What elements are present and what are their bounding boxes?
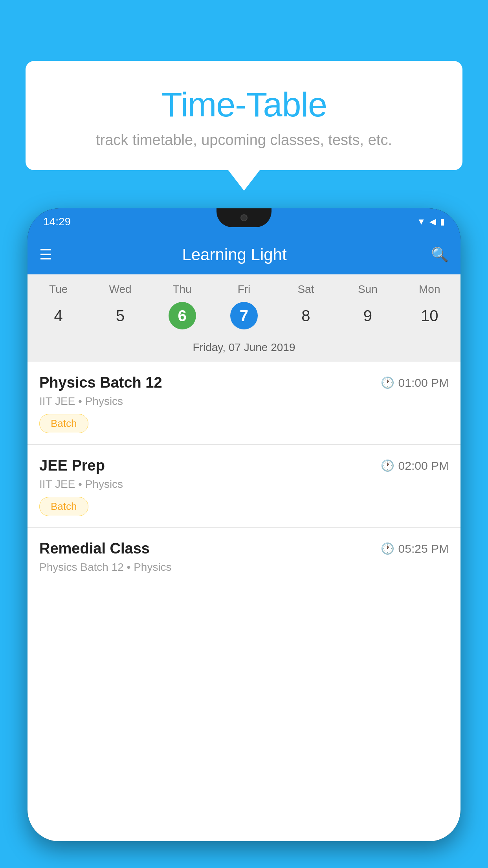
date-col-0[interactable]: 4 [28,302,89,329]
item-subtitle-2: Physics Batch 12 • Physics [39,561,449,574]
date-col-5[interactable]: 9 [337,302,398,329]
clock-icon-1: 🕐 [381,459,394,472]
hamburger-icon[interactable]: ☰ [39,246,52,263]
item-title-2: Remedial Class [39,540,150,557]
day-col-6: Mon [399,283,460,296]
batch-badge-0: Batch [39,414,88,433]
date-col-4[interactable]: 8 [275,302,337,329]
day-col-1: Wed [89,283,151,296]
item-header-2: Remedial Class 🕐 05:25 PM [39,540,449,557]
day-col-4: Sat [275,283,337,296]
item-time-2: 🕐 05:25 PM [381,542,449,555]
dates-row: 4 5 6 7 8 9 10 [28,299,460,337]
date-col-1[interactable]: 5 [89,302,151,329]
item-subtitle-0: IIT JEE • Physics [39,395,449,408]
day-col-2: Thu [151,283,213,296]
battery-icon: ▮ [440,217,445,227]
day-col-0: Tue [28,283,89,296]
schedule-item-2[interactable]: Remedial Class 🕐 05:25 PM Physics Batch … [28,528,460,591]
item-header-0: Physics Batch 12 🕐 01:00 PM [39,374,449,391]
signal-icon: ◀ [429,217,436,227]
camera [240,214,248,221]
item-title-1: JEE Prep [39,457,105,474]
phone-notch [216,208,272,227]
bubble-subtitle: track timetable, upcoming classes, tests… [41,132,447,149]
clock-icon-2: 🕐 [381,542,394,555]
speech-bubble-container: Time-Table track timetable, upcoming cla… [26,61,462,170]
status-icons: ▼ ◀ ▮ [417,217,445,227]
bubble-title: Time-Table [41,85,447,125]
item-time-0: 🕐 01:00 PM [381,376,449,390]
status-bar: 14:29 ▼ ◀ ▮ [28,208,460,235]
day-col-3: Fri [213,283,275,296]
day-col-5: Sun [337,283,398,296]
batch-badge-1: Batch [39,497,88,516]
date-col-2[interactable]: 6 [151,302,213,329]
status-time: 14:29 [43,215,71,228]
calendar-strip: Tue Wed Thu Fri Sat Sun Mon 4 5 6 7 8 9 … [28,274,460,362]
date-col-6[interactable]: 10 [399,302,460,329]
date-col-3[interactable]: 7 [213,302,275,329]
item-subtitle-1: IIT JEE • Physics [39,478,449,491]
schedule-item-0[interactable]: Physics Batch 12 🕐 01:00 PM IIT JEE • Ph… [28,362,460,445]
app-bar-title: Learning Light [52,245,417,264]
days-header: Tue Wed Thu Fri Sat Sun Mon [28,274,460,299]
item-time-1: 🕐 02:00 PM [381,459,449,473]
phone-screen: Tue Wed Thu Fri Sat Sun Mon 4 5 6 7 8 9 … [28,274,460,841]
speech-bubble: Time-Table track timetable, upcoming cla… [26,61,462,170]
item-header-1: JEE Prep 🕐 02:00 PM [39,457,449,474]
schedule-item-1[interactable]: JEE Prep 🕐 02:00 PM IIT JEE • Physics Ba… [28,445,460,528]
wifi-icon: ▼ [417,217,426,227]
clock-icon-0: 🕐 [381,376,394,389]
item-title-0: Physics Batch 12 [39,374,162,391]
app-bar: ☰ Learning Light 🔍 [28,235,460,274]
schedule-list: Physics Batch 12 🕐 01:00 PM IIT JEE • Ph… [28,362,460,591]
phone-frame: 14:29 ▼ ◀ ▮ ☰ Learning Light 🔍 Tue Wed T… [28,208,460,841]
search-icon[interactable]: 🔍 [431,246,449,263]
selected-date-label: Friday, 07 June 2019 [28,337,460,362]
